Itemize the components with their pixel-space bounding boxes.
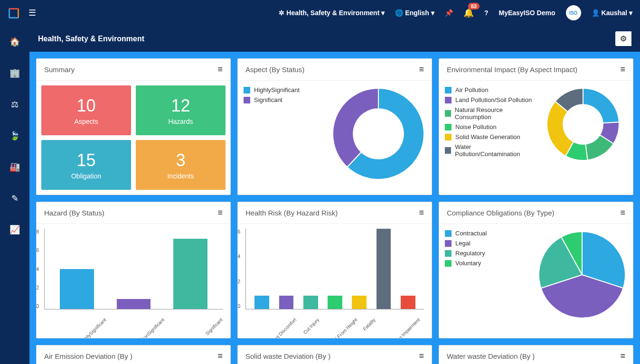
tile-label: Hazards bbox=[168, 118, 193, 125]
panel-compliance: Compliance Obligations (By Type) ≡ Contr… bbox=[439, 202, 633, 338]
sidebar-legal[interactable]: ⚖ bbox=[7, 97, 22, 112]
legend-item: Regulatory bbox=[445, 250, 532, 257]
chart-legend: Air PollutionLand Pollution/Soil Polluti… bbox=[445, 86, 534, 158]
user-menu[interactable]: 👤 Kaushal ▾ bbox=[592, 9, 632, 17]
panel-aspect-status: Aspect (By Status) ≡ HighlySignificantSi… bbox=[237, 58, 432, 195]
legend-item: HighlySignificant bbox=[244, 86, 326, 93]
panel-menu-icon[interactable]: ≡ bbox=[620, 208, 625, 218]
panel-title: Water waste Deviation (By ) bbox=[447, 352, 535, 360]
content: Health, Safety & Environment ⚙ Summary ≡… bbox=[29, 26, 640, 364]
summary-tile[interactable]: 12Hazards bbox=[136, 85, 226, 135]
panel-menu-icon[interactable]: ≡ bbox=[419, 208, 424, 218]
panel-solid-waste: Solid waste Deviation (By ) ≡ bbox=[237, 345, 432, 364]
pin-icon: 📌 bbox=[445, 9, 453, 17]
language-label: English bbox=[405, 9, 429, 17]
notifications-badge: 83 bbox=[468, 3, 480, 9]
legend-swatch bbox=[445, 240, 452, 247]
globe-icon: 🌐 bbox=[395, 9, 403, 17]
panel-title: Health Risk (By Hazard Risk) bbox=[245, 209, 338, 217]
avatar[interactable]: ISO bbox=[566, 5, 581, 20]
hazard-status-chart: 86420HighlySignificantNonSignificantSign… bbox=[37, 224, 230, 338]
caret-down-icon: ▾ bbox=[381, 9, 385, 17]
sidebar-industry[interactable]: 🏭 bbox=[7, 159, 22, 175]
panel-menu-icon[interactable]: ≡ bbox=[217, 351, 223, 361]
app-logo[interactable] bbox=[8, 7, 19, 19]
panel-title: Hazard (By Status) bbox=[44, 209, 104, 217]
panel-menu-icon[interactable]: ≡ bbox=[419, 65, 424, 75]
legend-swatch bbox=[244, 87, 250, 93]
tile-value: 12 bbox=[171, 96, 190, 116]
legend-label: Land Pollution/Soil Pollution bbox=[455, 96, 532, 103]
summary-tile[interactable]: 10Aspects bbox=[41, 85, 131, 135]
module-selector[interactable]: ✲ Health, Safety & Environment ▾ bbox=[279, 9, 385, 17]
panel-menu-icon[interactable]: ≡ bbox=[217, 65, 223, 75]
page-title: Health, Safety & Environment bbox=[38, 35, 144, 43]
panel-menu-icon[interactable]: ≡ bbox=[419, 351, 424, 361]
legend-item: Noise Pollution bbox=[445, 123, 534, 131]
panel-title: Air Emission Deviation (By ) bbox=[44, 352, 132, 360]
panel-menu-icon[interactable]: ≡ bbox=[620, 65, 625, 75]
summary-tile[interactable]: 3Incidents bbox=[136, 140, 226, 190]
compliance-chart bbox=[537, 230, 627, 320]
legend-swatch bbox=[445, 110, 451, 117]
legend-swatch bbox=[445, 250, 452, 257]
sidebar-organization[interactable]: 🏢 bbox=[7, 65, 22, 81]
tile-value: 3 bbox=[176, 150, 185, 170]
sidebar-reports[interactable]: 📈 bbox=[7, 222, 22, 237]
env-impact-chart bbox=[545, 86, 621, 162]
notifications-button[interactable]: 🔔 83 bbox=[463, 8, 474, 18]
sidebar-home[interactable]: 🏠 bbox=[7, 34, 22, 49]
legend-item: Land Pollution/Soil Pollution bbox=[445, 96, 534, 103]
panel-title: Solid waste Deviation (By ) bbox=[245, 352, 330, 360]
caret-down-icon: ▾ bbox=[629, 9, 632, 17]
menu-toggle-icon[interactable]: ☰ bbox=[28, 8, 36, 18]
sidebar-environment[interactable]: 🍃 bbox=[7, 128, 22, 143]
user-icon: 👤 bbox=[592, 9, 600, 17]
panel-air-emission: Air Emission Deviation (By ) ≡ bbox=[36, 345, 231, 364]
tile-label: Obligation bbox=[71, 172, 101, 180]
panel-water-waste: Water waste Deviation (By ) ≡ bbox=[439, 345, 633, 364]
help-button[interactable]: ? bbox=[484, 9, 489, 17]
caret-down-icon: ▾ bbox=[431, 9, 434, 17]
legend-swatch bbox=[445, 230, 452, 237]
dashboard-grid: Summary ≡ 10Aspects12Hazards15Obligation… bbox=[29, 52, 640, 364]
legend-item: Solid Waste Generation bbox=[445, 133, 534, 140]
chart-legend: ContractualLegalRegulatoryVoluntary bbox=[445, 230, 532, 267]
pin-button[interactable]: 📌 bbox=[445, 9, 453, 17]
panel-title: Compliance Obligations (By Type) bbox=[447, 209, 555, 217]
legend-label: Water Pollution/Contamination bbox=[455, 143, 534, 158]
legend-item: Voluntary bbox=[445, 260, 532, 267]
panel-menu-icon[interactable]: ≡ bbox=[217, 208, 223, 218]
page-header: Health, Safety & Environment ⚙ bbox=[29, 26, 640, 52]
sidebar-edit[interactable]: ✎ bbox=[7, 191, 22, 206]
user-label: Kaushal bbox=[602, 9, 627, 17]
legend-label: Contractual bbox=[455, 230, 487, 237]
legend-swatch bbox=[244, 97, 250, 103]
legend-item: Natural Resource Consumption bbox=[445, 106, 534, 121]
legend-label: Significant bbox=[254, 96, 282, 103]
product-label[interactable]: MyEasyISO Demo bbox=[499, 9, 555, 17]
summary-tile[interactable]: 15Obligation bbox=[41, 140, 131, 190]
legend-item: Contractual bbox=[445, 230, 532, 237]
aspect-status-chart bbox=[331, 86, 426, 181]
legend-item: Significant bbox=[244, 96, 326, 103]
language-selector[interactable]: 🌐 English ▾ bbox=[395, 9, 434, 17]
legend-item: Air Pollution bbox=[445, 86, 534, 93]
topbar: ☰ ✲ Health, Safety & Environment ▾ 🌐 Eng… bbox=[0, 0, 640, 26]
summary-tiles: 10Aspects12Hazards15Obligation3Incidents bbox=[37, 81, 230, 195]
legend-label: Legal bbox=[455, 240, 471, 247]
tile-value: 10 bbox=[76, 96, 95, 116]
tile-label: Incidents bbox=[167, 172, 194, 180]
legend-label: Natural Resource Consumption bbox=[455, 106, 534, 121]
legend-label: HighlySignificant bbox=[254, 86, 300, 93]
legend-label: Air Pollution bbox=[455, 86, 488, 93]
chart-legend: HighlySignificantSignificant bbox=[244, 86, 326, 103]
panel-title: Environmental Impact (By Aspect Impact) bbox=[447, 65, 577, 74]
legend-label: Voluntary bbox=[455, 260, 481, 267]
legend-item: Water Pollution/Contamination bbox=[445, 143, 534, 158]
legend-swatch bbox=[445, 97, 452, 103]
page-settings-button[interactable]: ⚙ bbox=[615, 31, 631, 46]
module-label: Health, Safety & Environment bbox=[286, 9, 379, 17]
panel-menu-icon[interactable]: ≡ bbox=[620, 351, 625, 361]
tile-value: 15 bbox=[76, 150, 95, 170]
